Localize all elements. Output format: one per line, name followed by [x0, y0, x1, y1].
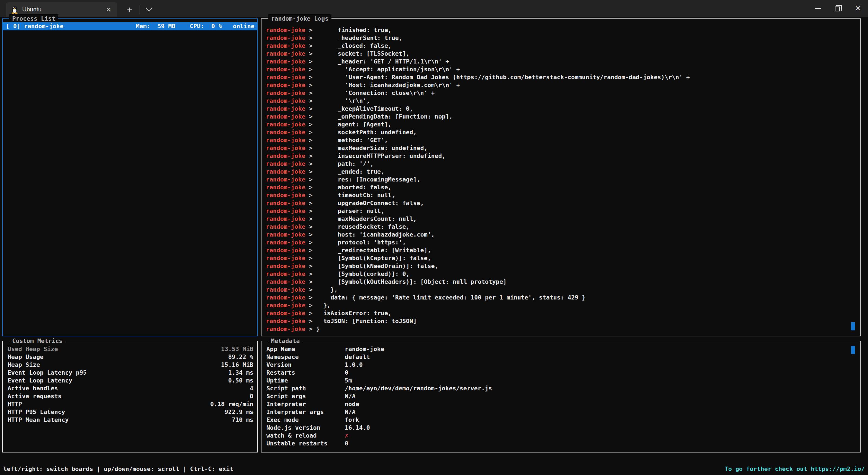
- log-separator: >: [305, 231, 316, 238]
- restore-icon: [835, 6, 840, 11]
- log-line: random-joke > parser: null,: [266, 207, 856, 215]
- log-text: [Symbol(kCapture)]: false,: [316, 255, 431, 261]
- metric-value: 4: [250, 384, 257, 392]
- log-text: '\r\n',: [316, 97, 370, 104]
- log-text: reusedSocket: false,: [316, 223, 409, 230]
- log-text: _closed: false,: [316, 42, 392, 49]
- log-prefix: random-joke: [266, 255, 305, 261]
- metadata-panel: Metadata App Namerandom-joke Namespacede…: [261, 341, 861, 452]
- log-separator: >: [305, 302, 316, 309]
- log-text: socketPath: undefined,: [316, 129, 416, 136]
- log-line: random-joke > protocol: 'https:',: [266, 239, 856, 246]
- metric-value: 89.22 %: [228, 353, 257, 361]
- metric-row[interactable]: Active handles4: [3, 384, 257, 392]
- log-line: random-joke > },: [266, 302, 856, 309]
- log-text: _keepAliveTimeout: 0,: [316, 105, 413, 112]
- metric-row[interactable]: Event Loop Latency p951.34 ms: [3, 369, 257, 377]
- log-prefix: random-joke: [266, 129, 305, 136]
- tabbar-divider: [139, 5, 140, 13]
- log-separator: >: [305, 184, 316, 191]
- log-separator: >: [305, 223, 316, 230]
- status-bar: left/right: switch boards | up/down/mous…: [0, 463, 868, 475]
- log-line: random-joke > maxHeadersCount: null,: [266, 215, 856, 223]
- log-prefix: random-joke: [266, 82, 305, 89]
- metric-row[interactable]: Heap Size15.16 MiB: [3, 361, 257, 369]
- log-prefix: random-joke: [266, 27, 305, 33]
- metadata-title: Metadata: [268, 337, 303, 345]
- metric-row[interactable]: Active requests0: [3, 392, 257, 400]
- metadata-rows: App Namerandom-joke Namespacedefault Ver…: [261, 345, 860, 447]
- log-text: protocol: 'https:',: [316, 239, 406, 246]
- log-prefix: random-joke: [266, 231, 305, 238]
- log-line: random-joke > upgradeOrConnect: false,: [266, 199, 856, 207]
- metadata-value: N/A: [345, 392, 355, 400]
- minimize-button[interactable]: [808, 0, 828, 17]
- log-text: },: [316, 302, 330, 309]
- metadata-row: Interpreter argsN/A: [261, 408, 860, 416]
- log-prefix: random-joke: [266, 168, 305, 175]
- log-separator: >: [305, 58, 316, 65]
- metric-label: HTTP Mean Latency: [3, 416, 232, 424]
- metadata-row: Script path/home/ayo/dev/demo/random-jok…: [261, 384, 860, 392]
- log-text: [Symbol(kOutHeaders)]: [Object: null pro…: [316, 278, 506, 285]
- metadata-value: 0: [345, 369, 348, 377]
- metadata-row: watch & reload✗: [261, 432, 860, 440]
- metadata-value: 0: [345, 440, 348, 447]
- metric-row[interactable]: HTTP Mean Latency710 ms: [3, 416, 257, 424]
- log-separator: >: [305, 27, 316, 33]
- logs-scrollbar-thumb[interactable]: [851, 322, 855, 330]
- restore-button[interactable]: [828, 0, 848, 17]
- close-button[interactable]: ✕: [848, 0, 868, 17]
- tab-dropdown-button[interactable]: [142, 2, 156, 17]
- metadata-row: Unstable restarts0: [261, 440, 860, 447]
- log-prefix: random-joke: [266, 153, 305, 159]
- metric-value: 13.53 MiB: [221, 345, 257, 353]
- new-tab-button[interactable]: +: [123, 2, 137, 17]
- metric-row[interactable]: Heap Usage89.22 %: [3, 353, 257, 361]
- metadata-label: Unstable restarts: [261, 440, 345, 447]
- tab-close-icon[interactable]: ✕: [104, 5, 113, 14]
- log-line: random-joke > data: { message: 'Rate lim…: [266, 293, 856, 302]
- log-prefix: random-joke: [266, 239, 305, 246]
- metadata-label: Uptime: [261, 377, 345, 384]
- log-line: random-joke > res: [IncomingMessage],: [266, 176, 856, 183]
- log-prefix: random-joke: [266, 215, 305, 222]
- metric-row[interactable]: Event Loop Latency0.50 ms: [3, 377, 257, 384]
- log-prefix: random-joke: [266, 286, 305, 293]
- log-separator: >: [305, 66, 316, 73]
- log-prefix: random-joke: [266, 200, 305, 207]
- log-separator: >: [305, 168, 316, 175]
- metadata-value: ✗: [345, 432, 348, 440]
- log-separator: >: [305, 137, 316, 144]
- metadata-row: Uptime5m: [261, 377, 860, 384]
- log-separator: >: [305, 145, 316, 151]
- metric-row[interactable]: Used Heap Size13.53 MiB: [3, 345, 257, 353]
- log-text: data: { message: 'Rate limit exceeded: 1…: [316, 294, 585, 301]
- metadata-label: Script args: [261, 392, 345, 400]
- log-text: _headerSent: true,: [316, 34, 402, 41]
- log-line: random-joke > socketPath: undefined,: [266, 128, 856, 136]
- custom-metrics-panel: Custom Metrics Used Heap Size13.53 MiB H…: [2, 341, 258, 452]
- log-separator: >: [305, 34, 316, 41]
- metadata-row: Version1.0.0: [261, 361, 860, 369]
- log-separator: >: [305, 74, 316, 81]
- log-line: random-joke > insecureHTTPParser: undefi…: [266, 152, 856, 160]
- log-separator: >: [305, 294, 316, 301]
- log-prefix: random-joke: [266, 192, 305, 198]
- metadata-label: Version: [261, 361, 345, 369]
- log-prefix: random-joke: [266, 208, 305, 214]
- metric-row[interactable]: HTTP P95 Latency922.9 ms: [3, 408, 257, 416]
- pm2-io-link[interactable]: To go further check out https://pm2.io/: [724, 463, 865, 475]
- log-separator: >: [305, 192, 316, 198]
- metadata-scrollbar-thumb[interactable]: [851, 346, 855, 354]
- process-row-selected[interactable]: [ 0] random-joke Mem: 59 MB CPU: 0 % onl…: [3, 22, 257, 30]
- log-text: parser: null,: [316, 208, 384, 214]
- metric-row[interactable]: HTTP0.18 req/min: [3, 400, 257, 408]
- log-separator: >: [305, 97, 316, 104]
- log-prefix: random-joke: [266, 58, 305, 65]
- log-text: 'User-Agent: Random Dad Jokes (https://g…: [316, 74, 690, 81]
- metadata-label: watch & reload: [261, 432, 345, 440]
- log-line: random-joke > timeoutCb: null,: [266, 191, 856, 199]
- log-text: res: [IncomingMessage],: [316, 176, 420, 183]
- log-line: random-joke > method: 'GET',: [266, 136, 856, 144]
